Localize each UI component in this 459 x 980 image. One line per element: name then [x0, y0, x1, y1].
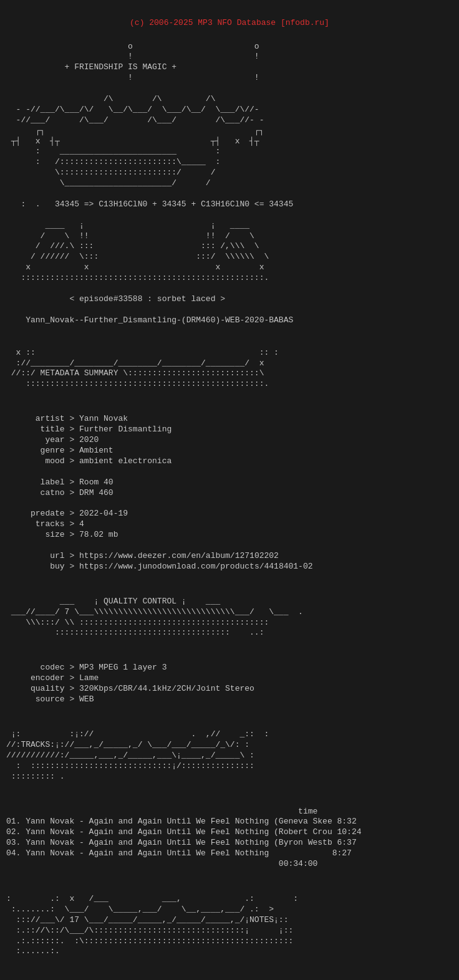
buy-value: https://www.junodownload.com/products/44… [79, 562, 312, 571]
encoder-value: Lame [79, 673, 99, 683]
tracks-value: 4 [79, 519, 84, 529]
title-value: Further Dismantling [79, 425, 172, 434]
track-02: 02. Yann Novak - Again and Again Until W… [6, 827, 362, 837]
catno-value: DRM 460 [79, 488, 114, 497]
size-value: 78.02 mb [79, 530, 118, 539]
header-ascii-art: o o ! ! + FRIENDSHIP IS MAGIC + ! ! /\ [6, 42, 453, 337]
track-01: 01. Yann Novak - Again and Again Until W… [6, 817, 357, 826]
predate-value: 2022-04-19 [79, 509, 128, 518]
genre-value: Ambient [79, 446, 114, 455]
notes-section-header: : .: x /___ ___, .: : :.......: \___/ \_… [6, 894, 453, 968]
label-value: Room 40 [79, 478, 114, 487]
quality-block: codec > MP3 MPEG 1 layer 3 encoder > Lam… [6, 663, 453, 715]
metadata-block: artist > Yann Novak title > Further Dism… [6, 414, 453, 582]
tracklist-total: 00:34:00 [6, 859, 317, 868]
artist-value: Yann Novak [79, 414, 128, 423]
tracklist-block: time 01. Yann Novak - Again and Again Un… [6, 807, 453, 880]
tracklist-header: time [6, 807, 317, 816]
codec-value: MP3 MPEG 1 layer 3 [79, 663, 167, 672]
copyright-text: (c) 2006-2025 MP3 NFO Database [nfodb.ru… [6, 17, 453, 29]
quality-value: 320Kbps/CBR/44.1kHz/2CH/Joint Stereo [79, 684, 254, 693]
track-03: 03. Yann Novak - Again and Again Until W… [6, 838, 357, 847]
mood-value: ambient electronica [79, 456, 172, 466]
track-04: 04. Yann Novak - Again and Again Until W… [6, 848, 352, 858]
url-value: https://www.deezer.com/en/album/12710220… [79, 551, 279, 560]
nfo-content: (c) 2006-2025 MP3 NFO Database [nfodb.ru… [0, 6, 459, 980]
tracks-section-header: ¡: :¡:// . ,// _:: : //:TRACKS:¡://___,_… [6, 729, 453, 792]
metadata-section-header: x :: :: : ://________/________/________/… [6, 348, 453, 400]
source-value: WEB [79, 694, 94, 704]
quality-section-header: ___ ¡ QUALITY CONTROL ¡ ___ ___//____/ 7… [6, 597, 453, 649]
year-value: 2020 [79, 435, 99, 444]
